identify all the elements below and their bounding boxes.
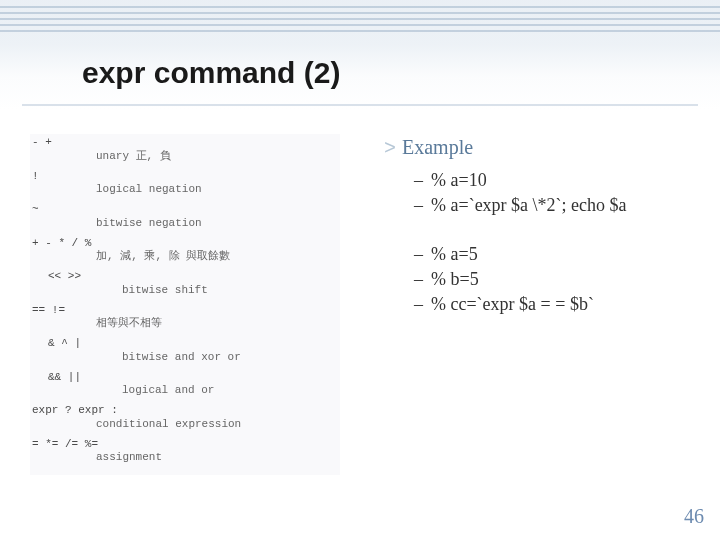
op-desc: conditional expression (96, 418, 340, 432)
op-symbol: - + (32, 136, 340, 150)
op-row: + - * / % 加, 減, 乘, 除 與取餘數 (30, 237, 340, 265)
title-underline (22, 104, 698, 106)
example-block: >Example –% a=10 –% a=`expr $a \*2`; ech… (384, 136, 694, 319)
op-desc: bitwise shift (122, 284, 340, 298)
op-row: == != 相等與不相等 (30, 304, 340, 332)
example-text: % cc=`expr $a = = $b` (431, 294, 594, 314)
slide-title: expr command (2) (82, 56, 340, 90)
op-desc: 加, 減, 乘, 除 與取餘數 (96, 250, 340, 264)
caret-icon: > (384, 137, 396, 160)
op-row: << >> bitwise shift (30, 270, 340, 298)
op-desc: unary 正, 負 (96, 150, 340, 164)
op-symbol: + - * / % (32, 237, 340, 251)
operator-table: - + unary 正, 負 ! logical negation ~ bitw… (30, 134, 340, 475)
example-line: –% a=5 (414, 244, 694, 265)
op-desc: bitwise and xor or (122, 351, 340, 365)
op-desc: logical and or (122, 384, 340, 398)
op-desc: logical negation (96, 183, 340, 197)
op-symbol: & ^ | (48, 337, 340, 351)
op-symbol: << >> (48, 270, 340, 284)
op-symbol: expr ? expr : (32, 404, 340, 418)
slide-header-stripes (0, 6, 720, 36)
dash-icon: – (414, 170, 423, 190)
op-row: & ^ | bitwise and xor or (30, 337, 340, 365)
op-symbol: == != (32, 304, 340, 318)
op-desc: assignment (96, 451, 340, 465)
example-text: % a=5 (431, 244, 478, 264)
op-row: && || logical and or (30, 371, 340, 399)
example-line: –% cc=`expr $a = = $b` (414, 294, 694, 315)
dash-icon: – (414, 244, 423, 264)
op-symbol: && || (48, 371, 340, 385)
example-heading-row: >Example (384, 136, 694, 160)
example-line: –% b=5 (414, 269, 694, 290)
example-heading: Example (402, 136, 473, 158)
example-text: % a=`expr $a \*2`; echo $a (431, 195, 627, 215)
op-row: - + unary 正, 負 (30, 136, 340, 164)
dash-icon: – (414, 269, 423, 289)
op-row: expr ? expr : conditional expression (30, 404, 340, 432)
example-line: –% a=`expr $a \*2`; echo $a (414, 195, 694, 216)
op-desc: bitwise negation (96, 217, 340, 231)
op-symbol: ~ (32, 203, 340, 217)
op-row: = *= /= %= assignment (30, 438, 340, 466)
dash-icon: – (414, 195, 423, 215)
dash-icon: – (414, 294, 423, 314)
op-desc: 相等與不相等 (96, 317, 340, 331)
op-row: ~ bitwise negation (30, 203, 340, 231)
slide-header-band (0, 0, 720, 110)
example-gap (384, 220, 694, 244)
example-text: % b=5 (431, 269, 479, 289)
example-text: % a=10 (431, 170, 487, 190)
op-symbol: ! (32, 170, 340, 184)
page-number: 46 (684, 505, 704, 528)
example-line: –% a=10 (414, 170, 694, 191)
op-symbol: = *= /= %= (32, 438, 340, 452)
op-row: ! logical negation (30, 170, 340, 198)
